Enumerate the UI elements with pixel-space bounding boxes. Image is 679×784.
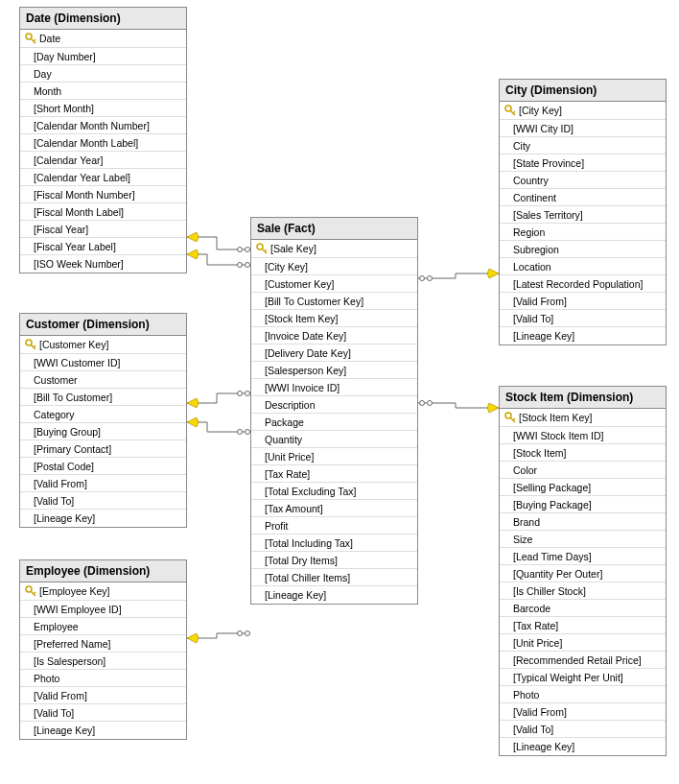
- column-label: [Bill To Customer Key]: [255, 296, 413, 307]
- column-row[interactable]: [Primary Contact]: [20, 440, 186, 458]
- rel-sale-stockitem: [418, 401, 499, 414]
- column-row[interactable]: [Salesperson Key]: [251, 362, 417, 379]
- column-row[interactable]: [Buying Group]: [20, 423, 186, 440]
- column-row[interactable]: [Lineage Key]: [20, 510, 186, 527]
- column-row[interactable]: [Invoice Date Key]: [251, 327, 417, 344]
- column-row[interactable]: [Is Chiller Stock]: [500, 582, 666, 600]
- column-row[interactable]: [Unit Price]: [251, 448, 417, 465]
- column-row[interactable]: [Valid From]: [500, 703, 666, 721]
- column-row[interactable]: [Total Including Tax]: [251, 535, 417, 552]
- column-row[interactable]: [Latest Recorded Population]: [500, 275, 666, 293]
- column-row[interactable]: [Calendar Month Label]: [20, 134, 186, 152]
- column-row[interactable]: [Bill To Customer]: [20, 389, 186, 406]
- column-row[interactable]: [Day Number]: [20, 48, 186, 65]
- column-row[interactable]: [Valid From]: [20, 475, 186, 492]
- column-row[interactable]: [Preferred Name]: [20, 635, 186, 653]
- column-row[interactable]: [Total Dry Items]: [251, 552, 417, 569]
- column-row[interactable]: [Total Excluding Tax]: [251, 483, 417, 500]
- column-row[interactable]: City: [500, 137, 666, 154]
- column-row[interactable]: [Valid From]: [20, 687, 186, 704]
- column-row[interactable]: [City Key]: [251, 258, 417, 275]
- column-row[interactable]: [Customer Key]: [251, 275, 417, 293]
- column-row[interactable]: [Selling Package]: [500, 479, 666, 496]
- column-row[interactable]: Region: [500, 224, 666, 241]
- column-row[interactable]: Country: [500, 172, 666, 189]
- column-row[interactable]: [Lineage Key]: [500, 738, 666, 755]
- column-label: Package: [255, 416, 413, 428]
- column-row[interactable]: Subregion: [500, 241, 666, 258]
- column-row[interactable]: [Recommended Retail Price]: [500, 652, 666, 669]
- column-row[interactable]: [Stock Item Key]: [500, 409, 666, 427]
- column-row[interactable]: [Calendar Year]: [20, 152, 186, 169]
- column-row[interactable]: [Valid To]: [500, 310, 666, 327]
- column-row[interactable]: [ISO Week Number]: [20, 255, 186, 273]
- column-row[interactable]: Photo: [20, 670, 186, 687]
- column-row[interactable]: [Valid To]: [20, 492, 186, 510]
- column-row[interactable]: [Fiscal Month Label]: [20, 203, 186, 221]
- column-row[interactable]: [Stock Item Key]: [251, 310, 417, 327]
- column-label: Color: [503, 464, 662, 476]
- column-row[interactable]: Date: [20, 30, 186, 48]
- column-row[interactable]: [Valid From]: [500, 293, 666, 310]
- column-row[interactable]: Description: [251, 396, 417, 414]
- column-row[interactable]: [Stock Item]: [500, 444, 666, 462]
- column-row[interactable]: [Typical Weight Per Unit]: [500, 669, 666, 686]
- column-row[interactable]: [WWI Employee ID]: [20, 601, 186, 618]
- column-row[interactable]: [Lead Time Days]: [500, 548, 666, 565]
- column-row[interactable]: [Tax Rate]: [251, 465, 417, 483]
- column-row[interactable]: [WWI City ID]: [500, 120, 666, 137]
- column-row[interactable]: [Unit Price]: [500, 634, 666, 652]
- column-row[interactable]: [Short Month]: [20, 100, 186, 117]
- table-sale[interactable]: Sale (Fact) [Sale Key][City Key][Custome…: [250, 217, 418, 605]
- column-row[interactable]: [Fiscal Month Number]: [20, 186, 186, 203]
- column-row[interactable]: [WWI Customer ID]: [20, 354, 186, 371]
- column-row[interactable]: Location: [500, 258, 666, 275]
- column-row[interactable]: [Sale Key]: [251, 240, 417, 258]
- column-row[interactable]: Customer: [20, 371, 186, 389]
- column-row[interactable]: Brand: [500, 513, 666, 531]
- table-date[interactable]: Date (Dimension) Date[Day Number]DayMont…: [19, 7, 187, 273]
- column-row[interactable]: [Lineage Key]: [251, 586, 417, 604]
- column-row[interactable]: Category: [20, 406, 186, 423]
- column-row[interactable]: [Sales Territory]: [500, 206, 666, 224]
- table-stockitem[interactable]: Stock Item (Dimension) [Stock Item Key][…: [499, 386, 667, 756]
- column-row[interactable]: [Lineage Key]: [20, 722, 186, 739]
- column-row[interactable]: Package: [251, 414, 417, 431]
- table-employee[interactable]: Employee (Dimension) [Employee Key][WWI …: [19, 559, 187, 740]
- column-row[interactable]: [Quantity Per Outer]: [500, 565, 666, 582]
- column-row[interactable]: Size: [500, 531, 666, 548]
- column-row[interactable]: [Tax Rate]: [500, 617, 666, 634]
- column-row[interactable]: Barcode: [500, 600, 666, 617]
- column-row[interactable]: Photo: [500, 686, 666, 703]
- column-row[interactable]: [WWI Invoice ID]: [251, 379, 417, 396]
- column-row[interactable]: [Is Salesperson]: [20, 653, 186, 670]
- column-row[interactable]: Continent: [500, 189, 666, 206]
- column-row[interactable]: Profit: [251, 517, 417, 535]
- column-label: [Selling Package]: [503, 482, 662, 493]
- column-row[interactable]: Month: [20, 83, 186, 100]
- column-row[interactable]: [Valid To]: [500, 721, 666, 738]
- column-row[interactable]: [Calendar Month Number]: [20, 117, 186, 134]
- column-row[interactable]: Day: [20, 65, 186, 83]
- column-row[interactable]: Quantity: [251, 431, 417, 448]
- column-row[interactable]: [Calendar Year Label]: [20, 169, 186, 186]
- column-row[interactable]: [Tax Amount]: [251, 500, 417, 517]
- column-row[interactable]: [State Province]: [500, 154, 666, 172]
- column-row[interactable]: [City Key]: [500, 102, 666, 120]
- column-row[interactable]: [Customer Key]: [20, 336, 186, 354]
- column-row[interactable]: [Buying Package]: [500, 496, 666, 513]
- column-row[interactable]: [Employee Key]: [20, 582, 186, 601]
- table-city[interactable]: City (Dimension) [City Key][WWI City ID]…: [499, 79, 667, 345]
- column-row[interactable]: [Valid To]: [20, 704, 186, 722]
- column-row[interactable]: Color: [500, 462, 666, 479]
- column-row[interactable]: [Bill To Customer Key]: [251, 293, 417, 310]
- column-row[interactable]: [Total Chiller Items]: [251, 569, 417, 586]
- column-row[interactable]: [WWI Stock Item ID]: [500, 427, 666, 444]
- column-row[interactable]: [Delivery Date Key]: [251, 344, 417, 362]
- column-row[interactable]: [Fiscal Year]: [20, 221, 186, 238]
- table-customer[interactable]: Customer (Dimension) [Customer Key][WWI …: [19, 313, 187, 528]
- column-row[interactable]: Employee: [20, 618, 186, 635]
- column-row[interactable]: [Fiscal Year Label]: [20, 238, 186, 255]
- column-row[interactable]: [Lineage Key]: [500, 327, 666, 344]
- column-row[interactable]: [Postal Code]: [20, 458, 186, 475]
